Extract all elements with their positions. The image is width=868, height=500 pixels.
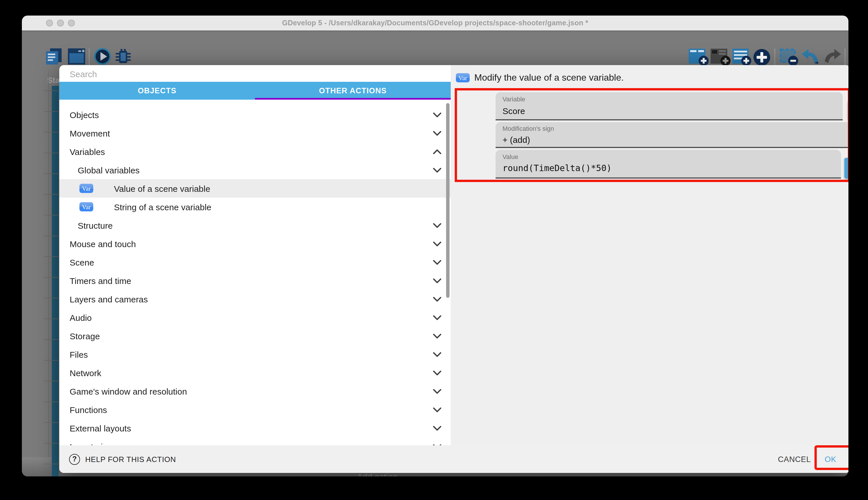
chevron-down-icon [433,167,442,172]
add-event-icon[interactable] [689,48,709,66]
events-column-divider [350,473,351,476]
category-row-structure[interactable]: Structure [59,216,451,235]
add-comment-icon[interactable] [732,48,752,66]
chevron-down-icon [433,278,442,283]
category-row-inventories[interactable]: Inventories [59,437,451,445]
category-row-timers-and-time[interactable]: Timers and time [59,271,451,290]
window-title: GDevelop 5 - /Users/dkarakay/Documents/G… [22,19,848,27]
category-row-global-variables[interactable]: Global variables [59,161,451,179]
tab-indicator [255,98,451,100]
category-label: Functions [70,405,107,414]
events-row-line [44,443,59,444]
expression-builder-button[interactable]: Σ 123 [844,158,848,179]
category-row-functions[interactable]: Functions [59,400,451,419]
category-row-external-layouts[interactable]: External layouts [59,419,451,437]
debug-icon[interactable] [115,48,132,65]
events-conditions-column [52,457,59,476]
modification-sign-select[interactable]: Modification's sign + (add) [496,122,848,148]
chevron-down-icon [433,260,442,265]
category-row-storage[interactable]: Storage [59,327,451,345]
category-label: Timers and time [70,276,131,285]
scene-editor-icon[interactable] [68,48,85,65]
search-input[interactable] [69,65,404,83]
chevron-down-icon [433,333,442,338]
category-list: Objects Movement Variables Global variab… [59,105,451,445]
events-column-line [48,71,49,474]
events-row-line [44,173,59,174]
events-conditions-column [52,86,59,476]
category-label: Variables [70,147,105,156]
chevron-down-icon [433,370,442,375]
help-icon: ? [69,454,80,465]
inspector-title: Modify the value of a scene variable. [474,72,624,83]
category-label: External layouts [70,423,131,433]
category-row-value-of-a-scene-variable[interactable]: Var Value of a scene variable [59,179,451,197]
instruction-editor-dialog: OBJECTS OTHER ACTIONS Objects Movement V… [59,65,848,473]
category-label: String of a scene variable [114,202,212,212]
cancel-button[interactable]: CANCEL [771,450,818,468]
chevron-down-icon [433,130,442,136]
category-row-objects[interactable]: Objects [59,105,451,124]
modification-sign-label: Modification's sign [503,125,554,132]
category-label: Storage [70,331,100,341]
category-row-network[interactable]: Network [59,363,451,382]
redo-icon[interactable] [823,48,842,65]
undo-icon[interactable] [801,48,820,65]
chevron-down-icon [433,112,442,117]
events-row-line [44,215,59,215]
category-row-game-s-window-and-resolution[interactable]: Game's window and resolution [59,382,451,400]
toolbar-separator [89,48,90,66]
events-row-line [44,132,59,133]
background-scene-tab: Sta [47,76,60,85]
events-row-line [44,111,59,112]
events-row-line [44,319,59,319]
events-row-line [44,277,59,278]
category-row-string-of-a-scene-variable[interactable]: Var String of a scene variable [59,197,451,216]
events-row-line [44,298,59,298]
toolbar-separator [774,48,775,66]
events-row-line [44,464,59,464]
variable-field[interactable]: Variable Score [496,92,843,121]
chevron-down-icon [433,407,442,412]
category-row-layers-and-cameras[interactable]: Layers and cameras [59,290,451,308]
preview-play-icon[interactable] [94,48,111,65]
category-row-movement[interactable]: Movement [59,124,451,142]
tab-other-actions[interactable]: OTHER ACTIONS [255,82,451,100]
category-label: Files [70,349,88,359]
category-row-variables[interactable]: Variables [59,142,451,161]
value-field[interactable]: Value round(TimeDelta()*50) [496,150,841,179]
chevron-down-icon [433,315,442,320]
chevron-down-icon [433,296,442,302]
value-field-value: round(TimeDelta()*50) [503,163,612,173]
window-titlebar: GDevelop 5 - /Users/dkarakay/Documents/G… [22,15,848,31]
variable-field-value: Score [503,106,525,116]
var-icon: Var [80,202,93,212]
tab-objects[interactable]: OBJECTS [59,82,255,100]
chevron-down-icon [433,352,442,357]
events-row-line [44,153,59,153]
add-new-icon[interactable] [753,48,771,66]
category-label: Objects [70,110,99,120]
events-row-line [44,339,59,340]
var-icon: Var [80,184,93,193]
category-row-mouse-and-touch[interactable]: Mouse and touch [59,235,451,253]
inspector-header: Var Modify the value of a scene variable… [456,72,624,83]
add-subevent-icon[interactable] [710,48,731,66]
delete-selection-icon[interactable] [779,48,799,66]
project-manager-icon[interactable] [46,48,62,65]
category-label: Inventories [70,442,112,445]
modification-sign-value: + (add) [503,135,530,145]
gdevelop-window: GDevelop 5 - /Users/dkarakay/Documents/G… [22,15,848,476]
help-button[interactable]: ? HELP FOR THIS ACTION [69,454,176,465]
category-row-audio[interactable]: Audio [59,308,451,327]
ok-button[interactable]: OK [824,455,836,463]
category-row-scene[interactable]: Scene [59,253,451,271]
category-list-scrollbar[interactable] [446,103,449,298]
category-row-files[interactable]: Files [59,345,451,363]
chevron-down-icon [433,223,442,228]
open-variable-editor-button[interactable] [848,101,848,121]
events-row-line [44,401,59,402]
category-label: Network [70,368,101,378]
chevron-down-icon [433,241,442,246]
category-label: Value of a scene variable [114,183,210,193]
